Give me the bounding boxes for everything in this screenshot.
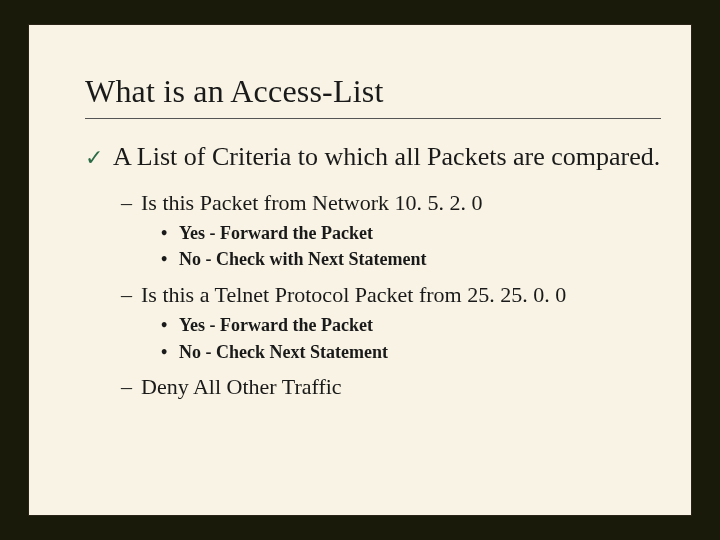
- level2-item: – Deny All Other Traffic: [85, 372, 661, 402]
- level3-text: Yes - Forward the Packet: [179, 223, 373, 243]
- bullet-dot-icon: •: [161, 313, 167, 337]
- bullet-dot-icon: •: [161, 340, 167, 364]
- level3-text: No - Check Next Statement: [179, 342, 388, 362]
- level3-item: • No - Check Next Statement: [85, 340, 661, 364]
- level1-text: A List of Criteria to which all Packets …: [113, 142, 660, 171]
- bullet-dot-icon: •: [161, 247, 167, 271]
- sub-block-2: – Deny All Other Traffic: [85, 372, 661, 402]
- level3-text: Yes - Forward the Packet: [179, 315, 373, 335]
- level3-text: No - Check with Next Statement: [179, 249, 426, 269]
- dash-icon: –: [121, 188, 132, 218]
- level2-text: Deny All Other Traffic: [141, 374, 342, 399]
- level1-bullet: ✓ A List of Criteria to which all Packet…: [85, 141, 661, 174]
- dash-icon: –: [121, 280, 132, 310]
- level3-item: • No - Check with Next Statement: [85, 247, 661, 271]
- sub-block-1: – Is this a Telnet Protocol Packet from …: [85, 280, 661, 364]
- level2-text: Is this Packet from Network 10. 5. 2. 0: [141, 190, 483, 215]
- level2-item: – Is this a Telnet Protocol Packet from …: [85, 280, 661, 310]
- slide: What is an Access-List ✓ A List of Crite…: [28, 24, 692, 516]
- level3-item: • Yes - Forward the Packet: [85, 313, 661, 337]
- dash-icon: –: [121, 372, 132, 402]
- title-rule: [85, 118, 661, 119]
- slide-title: What is an Access-List: [85, 73, 661, 110]
- sub-block-0: – Is this Packet from Network 10. 5. 2. …: [85, 188, 661, 272]
- level2-text: Is this a Telnet Protocol Packet from 25…: [141, 282, 566, 307]
- bullet-dot-icon: •: [161, 221, 167, 245]
- level2-item: – Is this Packet from Network 10. 5. 2. …: [85, 188, 661, 218]
- checkmark-icon: ✓: [85, 144, 103, 172]
- level3-item: • Yes - Forward the Packet: [85, 221, 661, 245]
